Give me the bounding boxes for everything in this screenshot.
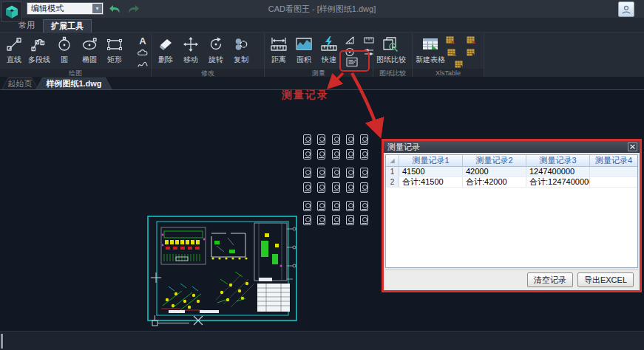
row-number-cell: 2	[386, 177, 399, 187]
table-column-header[interactable]: 测量记录2	[463, 155, 526, 166]
distance-icon	[269, 34, 288, 54]
toolbar-button-label: 多段线	[28, 55, 50, 65]
ribbon-group-XlsTable: 新建表格XlsTable	[413, 33, 484, 78]
table-column-header[interactable]: 测量记录4	[590, 155, 637, 166]
cad-symbol	[303, 201, 311, 211]
table-cell: 合计:42000	[463, 177, 526, 187]
title-bar: 编辑模式 ▾ CAD看图王 - [样例图纸1.dwg]	[0, 0, 644, 18]
xls-4-button[interactable]	[464, 48, 478, 60]
cad-symbol	[303, 168, 311, 178]
toolbar-button-快速[interactable]: 快速	[316, 34, 342, 68]
cad-symbol	[317, 201, 325, 211]
table-cell: 合计:41500	[399, 177, 463, 187]
cloud-button[interactable]	[136, 48, 149, 60]
table-header-row: ◢测量记录1测量记录2测量记录3测量记录4	[386, 155, 637, 167]
cad-symbol	[332, 215, 340, 225]
cad-symbol	[332, 201, 340, 211]
xls-1-icon	[445, 35, 456, 48]
dialog-button-清空记录[interactable]: 清空记录	[527, 272, 573, 287]
area-icon	[294, 34, 313, 54]
xls-1-button[interactable]	[444, 35, 457, 47]
ellipse-icon	[80, 34, 99, 54]
cad-symbol	[360, 134, 368, 145]
copy-icon	[231, 34, 251, 54]
xls-2-button[interactable]	[464, 35, 478, 47]
doc-tab-label: 起始页	[2, 78, 38, 89]
cad-symbol	[303, 149, 311, 159]
cad-symbol	[360, 215, 368, 225]
toolbar-button-label: 移动	[183, 55, 198, 65]
toolbar-button-圆[interactable]: 圆	[52, 34, 77, 68]
quick-icon	[319, 34, 339, 54]
annotation-label: 测量记录	[282, 89, 329, 102]
measurement-records-dialog: 测量记录 ◢测量记录1测量记录2测量记录3测量记录4 1415004200012…	[382, 139, 642, 292]
cad-symbol	[360, 182, 368, 193]
xls-3-button[interactable]	[445, 48, 458, 60]
toolbar-button-新建表格[interactable]: 新建表格	[414, 34, 447, 68]
toolbar-button-复制[interactable]: 复制	[228, 34, 254, 68]
cad-symbol	[317, 215, 325, 225]
toolbar-button-图纸比较[interactable]: 图纸比较	[375, 34, 407, 68]
toolbar-button-椭圆[interactable]: 椭圆	[77, 34, 102, 68]
toolbar-button-旋转[interactable]: 旋转	[203, 34, 228, 68]
cad-symbol	[360, 168, 368, 178]
text-icon: A	[137, 35, 149, 49]
toolbar-button-面积[interactable]: 面积	[291, 34, 316, 68]
dropdown-arrow-icon[interactable]: ▾	[92, 4, 102, 13]
redo-button[interactable]	[127, 4, 142, 14]
toolbar-button-多段线[interactable]: 多段线	[27, 34, 52, 68]
toolbar-button-距离[interactable]: 距离	[266, 34, 291, 68]
cad-symbol	[317, 182, 325, 193]
toolbar-button-矩形[interactable]: 矩形	[102, 34, 127, 68]
cad-symbol	[317, 168, 325, 178]
cad-symbol	[360, 201, 368, 211]
cad-symbol	[360, 149, 368, 159]
cad-symbol	[303, 134, 311, 145]
dialog-footer: 清空记录导出EXCEL	[385, 270, 638, 289]
ribbon-group-buttons: 距离面积快速	[266, 34, 342, 68]
svg-text:A: A	[139, 35, 146, 46]
cad-symbol	[346, 134, 354, 145]
dialog-title: 测量记录	[387, 143, 420, 151]
table-row[interactable]: 141500420001247400000	[386, 167, 637, 177]
ribbon-group-buttons: 新建表格	[414, 34, 447, 68]
cad-symbol	[332, 149, 340, 159]
doc-tab-起始页[interactable]: 起始页	[1, 78, 38, 90]
rect-icon	[105, 34, 124, 54]
toolbar-button-移动[interactable]: 移动	[178, 34, 203, 68]
ribbon-group-修改: 删除移动旋转复制修改	[152, 33, 265, 78]
close-icon[interactable]	[628, 143, 637, 151]
doc-tab-样例图纸1.dwg[interactable]: 样例图纸1.dwg	[35, 78, 112, 90]
ribbon-tab-bar: 常用扩展工具	[0, 18, 644, 32]
table-cell	[590, 167, 637, 176]
cad-symbol	[332, 182, 340, 193]
toolbar-button-label: 删除	[158, 55, 173, 65]
cad-symbol	[303, 182, 311, 193]
ribbon-group-图纸比较: 图纸比较图纸比较	[373, 33, 413, 78]
records-table: ◢测量记录1测量记录2测量记录3测量记录4 141500420001247400…	[385, 154, 638, 268]
dialog-title-bar[interactable]: 测量记录	[384, 141, 640, 153]
table-cell: 1247400000	[526, 167, 590, 176]
table-cell: 41500	[399, 167, 463, 176]
cad-symbol	[317, 149, 325, 159]
circle-icon	[55, 34, 74, 54]
undo-button[interactable]	[108, 4, 123, 14]
table-column-header[interactable]: 测量记录1	[399, 155, 463, 166]
table-row[interactable]: 2合计:41500合计:42000合计:1247400000	[386, 177, 637, 188]
status-bar	[0, 331, 644, 350]
table-cell: 合计:1247400000	[526, 177, 590, 187]
status-scroll-sliver	[1, 334, 3, 349]
dialog-button-导出EXCEL[interactable]: 导出EXCEL	[577, 272, 634, 287]
table-cell: 42000	[463, 167, 526, 176]
text-button[interactable]: A	[136, 35, 149, 47]
user-account-button[interactable]	[618, 1, 634, 17]
annotation-highlight-box	[339, 50, 370, 72]
ribbon-tab-扩展工具[interactable]: 扩展工具	[43, 19, 92, 32]
toolbar-button-删除[interactable]: 删除	[153, 34, 178, 68]
toolbar-button-直线[interactable]: 直线	[1, 34, 27, 68]
table-column-header[interactable]: 测量记录3	[526, 155, 590, 166]
mode-dropdown[interactable]: 编辑模式 ▾	[27, 2, 104, 15]
table-corner-cell: ◢	[386, 155, 399, 166]
cad-symbol	[303, 215, 311, 225]
cad-symbol	[346, 182, 354, 193]
